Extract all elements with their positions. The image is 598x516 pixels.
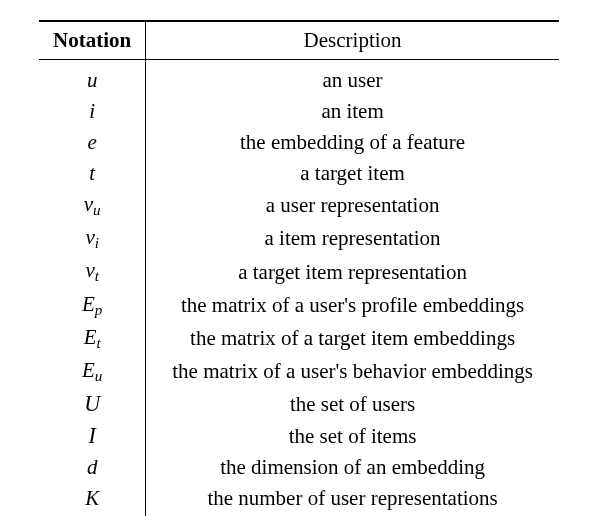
description-cell: an user xyxy=(146,60,559,97)
notation-cell: Ep xyxy=(39,289,146,322)
notation-cell: Et xyxy=(39,322,146,355)
table-row: Etthe matrix of a target item embeddings xyxy=(39,322,559,355)
notation-cell: d xyxy=(39,452,146,483)
notation-table: Notation Description uan userian itemeth… xyxy=(39,20,559,516)
notation-cell: Eu xyxy=(39,355,146,388)
description-cell: a target item xyxy=(146,158,559,189)
notation-cell: K xyxy=(39,483,146,514)
header-notation: Notation xyxy=(39,21,146,60)
table-row: Uthe set of users xyxy=(39,388,559,420)
table-body: uan userian itemethe embedding of a feat… xyxy=(39,60,559,517)
notation-cell: u xyxy=(39,60,146,97)
notation-cell: vu xyxy=(39,189,146,222)
table-row: vua user representation xyxy=(39,189,559,222)
description-cell: the set of users xyxy=(146,388,559,420)
table-header-row: Notation Description xyxy=(39,21,559,60)
notation-cell: i xyxy=(39,96,146,127)
table-row: vta target item representation xyxy=(39,255,559,288)
table-row: uan user xyxy=(39,60,559,97)
description-cell: the matrix of a user's behavior embeddin… xyxy=(146,355,559,388)
table-row: dthe dimension of an embedding xyxy=(39,452,559,483)
description-cell: a target item representation xyxy=(146,255,559,288)
table-row: ian item xyxy=(39,96,559,127)
description-cell: the matrix of a user's profile embedding… xyxy=(146,289,559,322)
notation-cell: vi xyxy=(39,222,146,255)
notation-cell: vt xyxy=(39,255,146,288)
table-row: ethe embedding of a feature xyxy=(39,127,559,158)
table-row: Kthe number of user representations xyxy=(39,483,559,514)
description-cell: a item representation xyxy=(146,222,559,255)
table-row: Epthe matrix of a user's profile embeddi… xyxy=(39,289,559,322)
description-cell: the number of user representations xyxy=(146,483,559,514)
table-row: via item representation xyxy=(39,222,559,255)
table-row: Ithe set of items xyxy=(39,420,559,452)
description-cell: an item xyxy=(146,96,559,127)
notation-cell: I xyxy=(39,420,146,452)
description-cell: the matrix of a target item embeddings xyxy=(146,322,559,355)
description-cell: a user representation xyxy=(146,189,559,222)
notation-cell: U xyxy=(39,388,146,420)
notation-cell: e xyxy=(39,127,146,158)
notation-cell: t xyxy=(39,158,146,189)
table-row: Euthe matrix of a user's behavior embedd… xyxy=(39,355,559,388)
description-cell: the set of items xyxy=(146,420,559,452)
description-cell: the embedding of a feature xyxy=(146,127,559,158)
header-description: Description xyxy=(146,21,559,60)
table-row: ta target item xyxy=(39,158,559,189)
description-cell: the dimension of an embedding xyxy=(146,452,559,483)
